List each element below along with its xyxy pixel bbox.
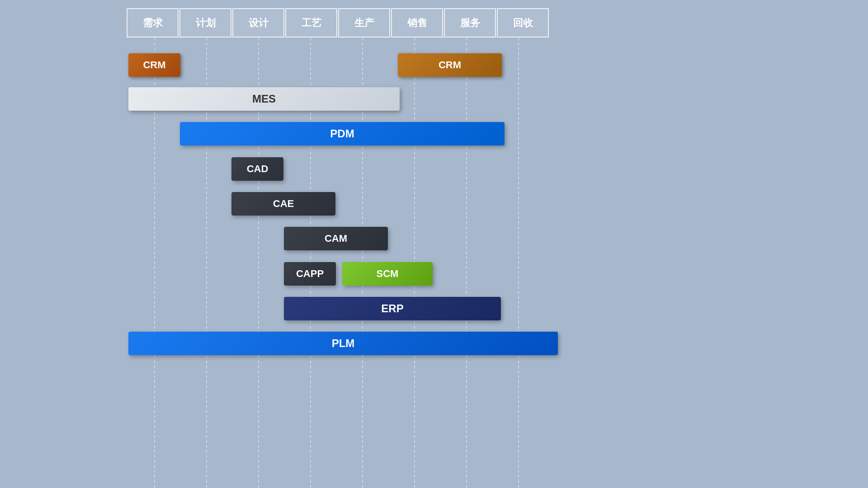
pdm-block: PDM <box>180 122 505 145</box>
header-shengchan: 生产 <box>338 8 390 38</box>
mes-block: MES <box>128 87 400 111</box>
plm-block: PLM <box>128 332 558 355</box>
diagram-container: 需求 计划 设计 工艺 生产 销售 服务 回收 CRM CRM MES <box>0 0 868 488</box>
erp-block: ERP <box>284 297 501 320</box>
capp-block: CAPP <box>284 262 336 286</box>
header-huishou: 回收 <box>497 8 549 38</box>
header-xiaoshou: 销售 <box>391 8 443 38</box>
header-jihua: 计划 <box>179 8 231 38</box>
crm-left-block: CRM <box>128 53 180 77</box>
header-sheji: 设计 <box>232 8 284 38</box>
header-xuqiu: 需求 <box>127 8 179 38</box>
cae-block: CAE <box>231 192 335 216</box>
header-fuwu: 服务 <box>444 8 496 38</box>
scm-block: SCM <box>342 262 433 286</box>
header-row: 需求 计划 设计 工艺 生产 销售 服务 回收 <box>127 8 550 38</box>
cam-block: CAM <box>284 227 388 250</box>
crm-right-block: CRM <box>398 53 502 77</box>
cad-block: CAD <box>231 157 283 181</box>
header-gongyi: 工艺 <box>285 8 337 38</box>
